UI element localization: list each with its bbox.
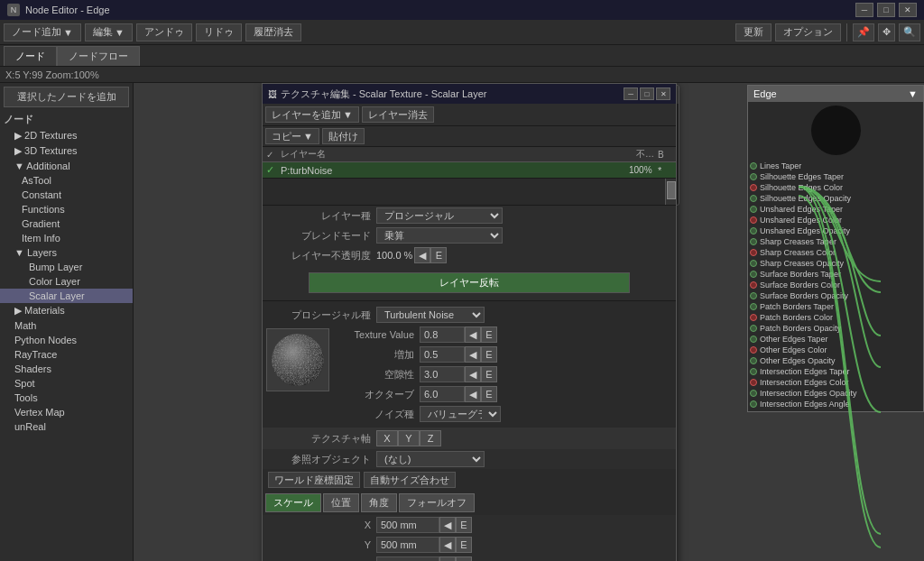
sidebar-item-2d-textures[interactable]: ▶ 2D Textures xyxy=(0,128,133,143)
surface-taper-socket[interactable] xyxy=(750,271,757,278)
y-e[interactable]: E xyxy=(456,537,472,553)
surface-opacity-socket[interactable] xyxy=(750,292,757,299)
proc-type-select[interactable]: Turbulent Noise xyxy=(376,307,485,323)
sidebar-item-vertex-map[interactable]: Vertex Map xyxy=(0,405,133,419)
sidebar-item-gradient[interactable]: Gradient xyxy=(0,216,133,231)
unshared-opacity-socket[interactable] xyxy=(750,227,757,235)
unshared-color-socket[interactable] xyxy=(750,216,757,224)
x-e[interactable]: E xyxy=(456,517,472,533)
porosity-input[interactable] xyxy=(420,366,465,382)
porosity-dec[interactable]: ◀ xyxy=(465,366,481,382)
layer-add-button[interactable]: レイヤーを追加 ▼ xyxy=(265,106,359,123)
noise-type-select[interactable]: バリューグラデ… xyxy=(420,406,501,422)
other-taper-socket[interactable] xyxy=(750,336,757,343)
sidebar-item-functions[interactable]: Functions xyxy=(0,202,133,216)
sharp-opacity-socket[interactable] xyxy=(750,260,757,267)
minimize-button[interactable]: ─ xyxy=(855,3,873,17)
boost-e[interactable]: E xyxy=(481,346,497,363)
blend-mode-select[interactable]: 乗算 xyxy=(376,227,503,244)
add-node-button[interactable]: 選択したノードを追加 xyxy=(4,87,129,107)
sidebar-item-python-nodes[interactable]: Python Nodes xyxy=(0,333,133,347)
ref-object-select[interactable]: (なし) xyxy=(376,451,485,467)
porosity-e[interactable]: E xyxy=(481,366,497,382)
update-button[interactable]: 更新 xyxy=(735,23,772,41)
intersection-taper-socket[interactable] xyxy=(750,368,757,375)
sidebar-item-scalar-layer[interactable]: Scalar Layer xyxy=(0,289,133,303)
sidebar-item-constant[interactable]: Constant xyxy=(0,188,133,202)
octave-input[interactable] xyxy=(420,386,465,402)
intersection-opacity-socket[interactable] xyxy=(750,390,757,397)
surface-color-socket[interactable] xyxy=(750,281,757,289)
silhouette-opacity-socket[interactable] xyxy=(750,195,757,202)
opacity-dec[interactable]: ◀ xyxy=(414,247,430,263)
patch-opacity-socket[interactable] xyxy=(750,325,757,332)
auto-size-button[interactable]: 自動サイズ合わせ xyxy=(364,472,456,488)
node-add-button[interactable]: ノード追加 ▼ xyxy=(4,23,81,41)
close-button[interactable]: ✕ xyxy=(899,3,917,17)
scrollbar-thumb[interactable] xyxy=(667,181,676,199)
patch-taper-socket[interactable] xyxy=(750,303,757,310)
sidebar-item-astool[interactable]: AsTool xyxy=(0,173,133,188)
move-icon[interactable]: ✥ xyxy=(878,23,895,41)
undo-button[interactable]: アンドゥ xyxy=(136,23,192,41)
lines-taper-socket[interactable] xyxy=(750,162,757,170)
tex-val-e[interactable]: E xyxy=(481,326,497,343)
edge-node-expand[interactable]: ▼ xyxy=(908,88,918,99)
sidebar-item-math[interactable]: Math xyxy=(0,318,133,333)
texture-value-input[interactable] xyxy=(420,326,465,343)
sidebar-item-tools[interactable]: Tools xyxy=(0,391,133,405)
world-coords-button[interactable]: ワールド座標固定 xyxy=(268,472,360,488)
intersection-color-socket[interactable] xyxy=(750,379,757,386)
tab-nodeflow[interactable]: ノードフロー xyxy=(57,46,140,66)
layer-type-select[interactable]: プロシージャル xyxy=(376,207,503,224)
layer-row[interactable]: ✓ P:turbNoise 100% * xyxy=(263,162,676,179)
silhouette-color-socket[interactable] xyxy=(750,184,757,191)
y-dec[interactable]: ◀ xyxy=(439,537,456,553)
sidebar-item-unreal[interactable]: unReal xyxy=(0,419,133,434)
patch-color-socket[interactable] xyxy=(750,314,757,321)
maximize-button[interactable]: □ xyxy=(877,3,895,17)
x-input[interactable] xyxy=(376,517,439,533)
sidebar-item-shaders[interactable]: Shaders xyxy=(0,362,133,376)
angle-tab[interactable]: 角度 xyxy=(361,493,397,512)
history-clear-button[interactable]: 履歴消去 xyxy=(245,23,301,41)
sidebar-item-bump-layer[interactable]: Bump Layer xyxy=(0,260,133,274)
falloff-tab[interactable]: フォールオフ xyxy=(399,493,475,512)
tex-val-dec[interactable]: ◀ xyxy=(465,326,481,343)
dialog-minimize[interactable]: ─ xyxy=(624,87,638,100)
sidebar-item-materials[interactable]: ▶ Materials xyxy=(0,303,133,318)
opacity-e[interactable]: E xyxy=(430,247,447,263)
scale-tab[interactable]: スケール xyxy=(265,493,321,512)
sidebar-item-additional[interactable]: ▼ Additional xyxy=(0,159,133,173)
other-color-socket[interactable] xyxy=(750,346,757,354)
sidebar-item-3d-textures[interactable]: ▶ 3D Textures xyxy=(0,143,133,159)
octave-e[interactable]: E xyxy=(481,386,497,402)
boost-dec[interactable]: ◀ xyxy=(465,346,481,363)
x-dec[interactable]: ◀ xyxy=(439,517,456,533)
sharp-color-socket[interactable] xyxy=(750,249,757,256)
axis-y[interactable]: Y xyxy=(398,430,420,446)
octave-dec[interactable]: ◀ xyxy=(465,386,481,402)
position-tab[interactable]: 位置 xyxy=(323,493,359,512)
y-input[interactable] xyxy=(376,537,439,553)
z-e[interactable]: E xyxy=(456,556,472,561)
z-dec[interactable]: ◀ xyxy=(439,556,456,561)
options-button[interactable]: オプション xyxy=(775,23,841,41)
sidebar-item-spot[interactable]: Spot xyxy=(0,376,133,391)
axis-z[interactable]: Z xyxy=(420,430,441,446)
invert-button[interactable]: レイヤー反転 xyxy=(309,272,631,293)
pin-icon[interactable]: 📌 xyxy=(853,23,874,41)
silhouette-taper-socket[interactable] xyxy=(750,173,757,180)
axis-x[interactable]: X xyxy=(376,430,398,446)
dialog-close[interactable]: ✕ xyxy=(656,87,670,100)
tab-node[interactable]: ノード xyxy=(4,46,57,66)
dialog-restore[interactable]: □ xyxy=(640,87,654,100)
copy-button[interactable]: コピー ▼ xyxy=(265,128,319,144)
boost-input[interactable] xyxy=(420,346,465,363)
layer-remove-button[interactable]: レイヤー消去 xyxy=(362,106,434,123)
z-input[interactable] xyxy=(376,556,439,561)
sidebar-item-iteminfo[interactable]: Item Info xyxy=(0,231,133,245)
layer-scrollbar[interactable] xyxy=(665,179,676,205)
other-opacity-socket[interactable] xyxy=(750,357,757,364)
sharp-taper-socket[interactable] xyxy=(750,238,757,245)
